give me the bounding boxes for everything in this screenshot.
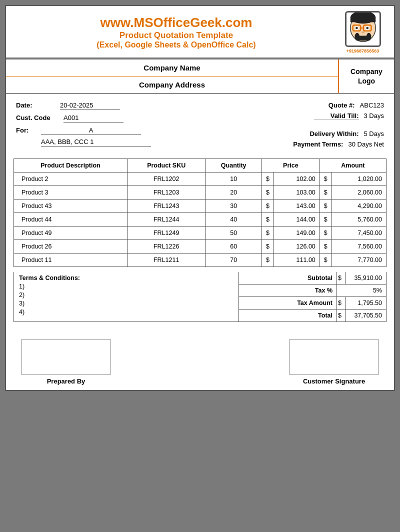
valid-till-value: 3 Days <box>364 112 384 120</box>
product-price: 111.00 <box>274 254 320 267</box>
product-desc: Product 43 <box>14 200 128 213</box>
delivery-label: Delivery Within: <box>304 130 359 138</box>
col-desc: Product Description <box>14 159 128 172</box>
signature-section: Prepared By Customer Signature <box>6 330 394 390</box>
product-amount: 5,760.00 <box>332 213 386 226</box>
product-price: 149.00 <box>274 226 320 240</box>
price-dollar: $ <box>262 213 274 226</box>
product-sku: FRL1243 <box>127 200 205 213</box>
price-dollar: $ <box>262 240 274 254</box>
totals-col: Subtotal $ 35,910.00 Tax % 5% Tax Amount… <box>239 272 386 322</box>
customer-sig-box <box>289 340 379 374</box>
svg-rect-2 <box>350 18 375 22</box>
date-row: Date: 20-02-2025 <box>16 102 195 110</box>
date-label: Date: <box>16 102 56 109</box>
company-logo-box: CompanyLogo <box>339 60 394 93</box>
company-main: Company Name Company Address <box>6 60 339 93</box>
company-address: Company Address <box>6 76 338 93</box>
product-qty: 20 <box>206 186 262 200</box>
cust-code-value: A001 <box>64 114 124 122</box>
terms-totals-row: Terms & Conditions: 1) 2) 3) 4) Subtotal… <box>14 272 386 322</box>
subtotal-value: 35,910.00 <box>346 272 386 284</box>
col-sku: Product SKU <box>127 159 205 172</box>
template-title: Product Quotation Template <box>14 30 339 40</box>
terms-item-4: 4) <box>19 308 234 316</box>
amount-dollar: $ <box>320 254 332 267</box>
subtotal-label: Subtotal <box>239 272 337 284</box>
product-amount: 2,060.00 <box>332 186 386 200</box>
product-qty: 50 <box>206 226 262 240</box>
price-dollar: $ <box>262 186 274 200</box>
tax-amount-label: Tax Amount <box>239 297 337 309</box>
total-dollar: $ <box>337 310 346 322</box>
svg-point-9 <box>366 27 368 30</box>
product-amount: 7,770.00 <box>332 254 386 267</box>
price-dollar: $ <box>262 200 274 213</box>
product-price: 126.00 <box>274 240 320 254</box>
terms-label: Terms & Conditions: <box>19 274 80 282</box>
product-amount: 7,450.00 <box>332 226 386 240</box>
prepared-by-box <box>21 340 111 374</box>
price-dollar: $ <box>262 226 274 240</box>
for-row: For: A <box>16 126 195 135</box>
payment-row: Payment Terms: 30 Days Net <box>205 140 384 148</box>
amount-dollar: $ <box>320 226 332 240</box>
product-desc: Product 2 <box>14 172 128 186</box>
delivery-value: 5 Days <box>364 130 384 138</box>
delivery-row: Delivery Within: 5 Days <box>205 130 384 138</box>
terms-item-3: 3) <box>19 300 234 307</box>
subtotal-dollar: $ <box>337 272 346 284</box>
product-price: 143.00 <box>274 200 320 213</box>
total-row: Total $ 37,705.50 <box>239 310 386 322</box>
col-amount: Amount <box>320 159 386 172</box>
company-block: Company Name Company Address CompanyLogo <box>6 60 394 94</box>
product-price: 103.00 <box>274 186 320 200</box>
product-desc: Product 11 <box>14 254 128 267</box>
table-row: Product 43 FRL1243 30 $ 143.00 $ 4,290.0… <box>14 200 386 213</box>
product-amount: 1,020.00 <box>332 172 386 186</box>
product-desc: Product 44 <box>14 213 128 226</box>
tax-value: 5% <box>337 284 386 296</box>
col-qty: Quantity <box>206 159 262 172</box>
product-qty: 10 <box>206 172 262 186</box>
table-row: Product 11 FRL1211 70 $ 111.00 $ 7,770.0… <box>14 254 386 267</box>
product-qty: 30 <box>206 200 262 213</box>
amount-dollar: $ <box>320 213 332 226</box>
valid-till-label: Valid Till: <box>314 112 359 120</box>
table-row: Product 26 FRL1226 60 $ 126.00 $ 7,560.0… <box>14 240 386 254</box>
product-qty: 70 <box>206 254 262 267</box>
for-value: A <box>41 126 141 135</box>
company-logo-label: CompanyLogo <box>350 67 382 85</box>
product-sku: FRL1203 <box>127 186 205 200</box>
product-sku: FRL1226 <box>127 240 205 254</box>
product-sku: FRL1244 <box>127 213 205 226</box>
payment-label: Payment Terms: <box>288 140 343 148</box>
product-qty: 60 <box>206 240 262 254</box>
product-amount: 4,290.00 <box>332 200 386 213</box>
amount-dollar: $ <box>320 186 332 200</box>
cust-code-label: Cust. Code <box>16 114 61 122</box>
valid-till-row: Valid Till: 3 Days <box>205 112 384 120</box>
table-row: Product 49 FRL1249 50 $ 149.00 $ 7,450.0… <box>14 226 386 240</box>
product-sku: FRL1249 <box>127 226 205 240</box>
customer-sig-item: Customer Signature <box>289 340 379 385</box>
info-left: Date: 20-02-2025 Cust. Code A001 For: A … <box>16 102 195 151</box>
tax-amount-row: Tax Amount $ 1,795.50 <box>239 297 386 310</box>
date-value: 20-02-2025 <box>60 102 120 110</box>
product-amount: 7,560.00 <box>332 240 386 254</box>
price-dollar: $ <box>262 254 274 267</box>
customer-sig-label: Customer Signature <box>303 378 365 385</box>
product-price: 144.00 <box>274 213 320 226</box>
company-name: Company Name <box>6 60 338 76</box>
product-desc: Product 49 <box>14 226 128 240</box>
product-price: 102.00 <box>274 172 320 186</box>
quote-row: Quote #: ABC123 <box>205 102 384 109</box>
product-desc: Product 3 <box>14 186 128 200</box>
table-header-row: Product Description Product SKU Quantity… <box>14 159 386 172</box>
table-row: Product 44 FRL1244 40 $ 144.00 $ 5,760.0… <box>14 213 386 226</box>
terms-item-2: 2) <box>19 292 234 298</box>
table-row: Product 3 FRL1203 20 $ 103.00 $ 2,060.00 <box>14 186 386 200</box>
phone-number: +919687858563 <box>346 48 379 54</box>
avatar-svg <box>346 12 380 46</box>
product-qty: 40 <box>206 213 262 226</box>
